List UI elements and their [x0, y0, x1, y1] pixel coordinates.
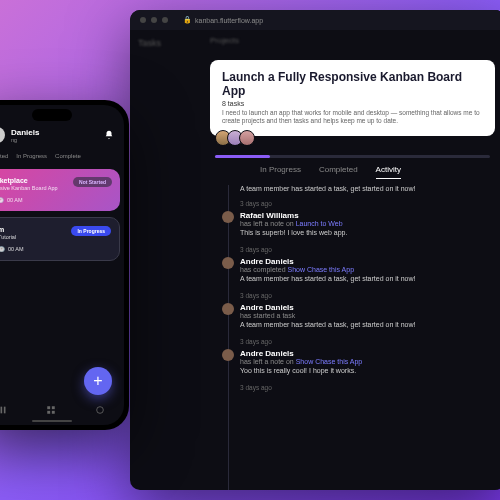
- bottom-nav: [0, 399, 124, 421]
- traffic-light-max-icon[interactable]: [162, 17, 168, 23]
- feed-author: Andre Daniels: [240, 349, 495, 358]
- phone-tab-complete[interactable]: Complete: [55, 153, 81, 159]
- clock-icon: 🕐: [0, 197, 4, 203]
- progress-fill: [215, 155, 270, 158]
- phone-tab-in-progress[interactable]: In Progress: [16, 153, 47, 159]
- phone-user[interactable]: Daniels ng: [0, 127, 39, 143]
- activity-feed: A team member has started a task, get st…: [220, 185, 495, 490]
- project-header-card: Launch a Fully Responsive Kanban Board A…: [210, 60, 495, 136]
- sidebar-tasks-heading: Tasks: [138, 38, 192, 48]
- feed-link[interactable]: Launch to Web: [296, 220, 343, 227]
- svg-rect-4: [48, 411, 51, 414]
- phone-tabs: Started In Progress Complete: [0, 149, 124, 163]
- url-bar[interactable]: 🔒 kanban.flutterflow.app: [183, 16, 263, 24]
- desktop-window: 🔒 kanban.flutterflow.app Tasks Projects …: [130, 10, 500, 490]
- project-title: Launch a Fully Responsive Kanban Board A…: [222, 70, 483, 98]
- fab-add-button[interactable]: +: [84, 367, 112, 395]
- svg-rect-1: [4, 407, 6, 414]
- phone-screen: Daniels ng Started In Progress Complete …: [0, 105, 124, 425]
- feed-intro: A team member has started a task, get st…: [240, 185, 495, 192]
- svg-point-6: [96, 407, 103, 414]
- task-card[interactable]: m Tutorial In Progress 🕐00 AM: [0, 217, 120, 261]
- feed-action: has started a task: [240, 312, 495, 319]
- progress-bar: [215, 155, 490, 158]
- member-avatars: [215, 130, 255, 146]
- feed-action: has left a note on Launch to Web: [240, 220, 495, 227]
- url-text: kanban.flutterflow.app: [195, 17, 263, 24]
- avatar: [222, 257, 234, 269]
- sidebar-projects-heading: Projects: [210, 36, 239, 45]
- phone-notch: [32, 109, 72, 121]
- avatar: [0, 127, 5, 143]
- svg-rect-5: [52, 411, 55, 414]
- date-separator: 3 days ago: [240, 246, 495, 253]
- feed-author: Andre Daniels: [240, 257, 495, 266]
- clock-icon: 🕐: [0, 246, 5, 252]
- traffic-light-min-icon[interactable]: [151, 17, 157, 23]
- feed-item: Andre Daniels has started a task A team …: [240, 303, 495, 328]
- task-time: 🕐00 AM: [0, 197, 112, 203]
- avatar: [222, 349, 234, 361]
- feed-link[interactable]: Show Chase this App: [287, 266, 354, 273]
- window-titlebar: 🔒 kanban.flutterflow.app: [130, 10, 500, 30]
- timeline-line: [228, 185, 229, 490]
- home-indicator: [32, 420, 72, 423]
- avatar: [222, 211, 234, 223]
- bell-icon[interactable]: [104, 130, 114, 140]
- phone-tab-started[interactable]: Started: [0, 153, 8, 159]
- feed-author: Rafael Williams: [240, 211, 495, 220]
- date-separator: 3 days ago: [240, 384, 495, 391]
- project-description: I need to launch an app that works for m…: [222, 109, 483, 126]
- feed-item: Andre Daniels has left a note on Show Ch…: [240, 349, 495, 374]
- phone-frame: Daniels ng Started In Progress Complete …: [0, 100, 129, 430]
- tab-activity[interactable]: Activity: [376, 165, 401, 179]
- feed-author: Andre Daniels: [240, 303, 495, 312]
- feed-item: Rafael Williams has left a note on Launc…: [240, 211, 495, 236]
- status-badge: In Progress: [71, 226, 111, 236]
- date-separator: 3 days ago: [240, 292, 495, 299]
- traffic-light-close-icon[interactable]: [140, 17, 146, 23]
- task-count: 8 tasks: [222, 100, 483, 107]
- pause-icon[interactable]: [0, 405, 8, 415]
- circle-icon[interactable]: [95, 405, 105, 415]
- sidebar: Tasks: [130, 30, 200, 80]
- avatar: [222, 303, 234, 315]
- lock-icon: 🔒: [183, 16, 192, 24]
- feed-action: has completed Show Chase this App: [240, 266, 495, 273]
- feed-body: A team member has started a task, get st…: [240, 275, 495, 282]
- task-card[interactable]: rketplace nsive Kanban Board App Not Sta…: [0, 169, 120, 211]
- date-separator: 3 days ago: [240, 200, 495, 207]
- feed-action: has left a note on Show Chase this App: [240, 358, 495, 365]
- grid-icon[interactable]: [46, 405, 56, 415]
- username: Daniels: [11, 128, 39, 137]
- status-badge: Not Started: [73, 177, 112, 187]
- tab-bar: In Progress Completed Activity: [260, 165, 401, 179]
- feed-body: A team member has started a task, get st…: [240, 321, 495, 328]
- tab-completed[interactable]: Completed: [319, 165, 358, 179]
- feed-link[interactable]: Show Chase this App: [296, 358, 363, 365]
- task-time: 🕐00 AM: [0, 246, 111, 252]
- feed-body: This is superb! I love this web app.: [240, 229, 495, 236]
- greeting: ng: [11, 137, 39, 143]
- svg-rect-2: [48, 406, 51, 409]
- date-separator: 3 days ago: [240, 338, 495, 345]
- svg-rect-0: [1, 407, 3, 414]
- tab-in-progress[interactable]: In Progress: [260, 165, 301, 179]
- svg-rect-3: [52, 406, 55, 409]
- feed-body: Yoo this is really cool! I hope it works…: [240, 367, 495, 374]
- feed-item: Andre Daniels has completed Show Chase t…: [240, 257, 495, 282]
- avatar[interactable]: [239, 130, 255, 146]
